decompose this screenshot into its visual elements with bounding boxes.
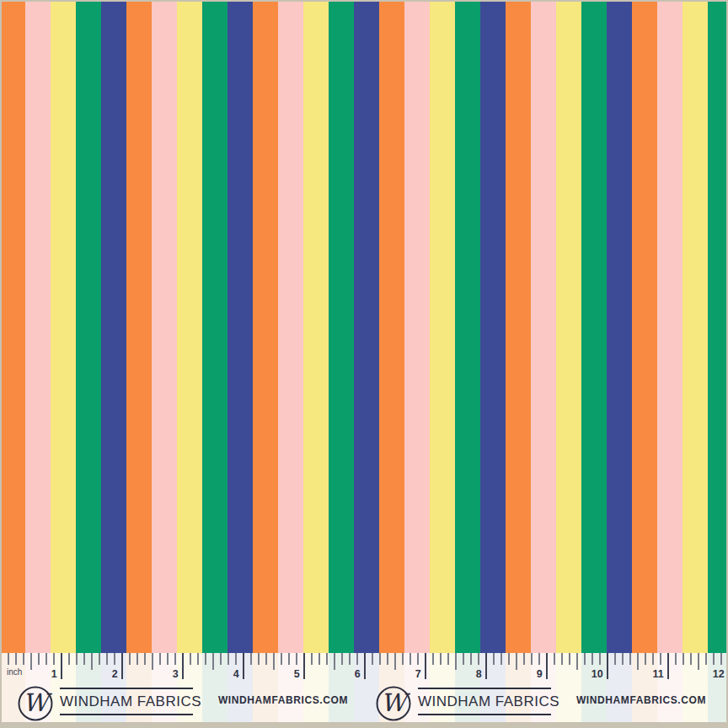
eighth-inch-tick: [629, 653, 631, 665]
inch-tick: [61, 653, 62, 679]
eighth-inch-tick: [493, 653, 495, 665]
stripe-yellow: [430, 0, 455, 653]
website-text: WINDHAMFABRICS.COM: [576, 694, 706, 706]
stripe-orange: [506, 0, 531, 653]
windham-monogram-icon: W: [23, 691, 48, 715]
ruler-unit-label: inch: [7, 668, 22, 677]
stripe-pink: [152, 0, 177, 653]
eighth-inch-tick: [83, 653, 85, 665]
frame-border-bottom: [0, 722, 728, 728]
half-inch-tick: [576, 653, 578, 670]
eighth-inch-tick: [129, 653, 131, 665]
stripe-blue: [101, 0, 126, 653]
eighth-inch-tick: [296, 653, 297, 665]
eighth-inch-tick: [46, 653, 47, 665]
inch-tick: [303, 653, 305, 679]
eighth-inch-tick: [387, 653, 388, 665]
half-inch-tick: [516, 653, 517, 670]
fabric-swatch-image: inch 123456789101112 W WINDHAM FABRICS W…: [0, 0, 728, 728]
eighth-inch-tick: [682, 653, 684, 665]
website-text: WINDHAMFABRICS.COM: [218, 694, 348, 706]
eighth-inch-tick: [174, 653, 176, 665]
brand-name-text: WINDHAM FABRICS: [418, 693, 559, 709]
eighth-inch-tick: [326, 653, 328, 665]
selvage-band-yellow: [303, 653, 329, 728]
ruler-number-11: 11: [652, 669, 664, 680]
stripe-orange: [379, 0, 404, 653]
stripe-green: [76, 0, 101, 653]
stripe-yellow: [303, 0, 329, 653]
stripe-green: [329, 0, 354, 653]
inch-tick: [182, 653, 184, 679]
stripe-pink: [404, 0, 430, 653]
eighth-inch-tick: [675, 653, 677, 665]
eighth-inch-tick: [228, 653, 229, 665]
eighth-inch-tick: [379, 653, 381, 665]
eighth-inch-tick: [167, 653, 169, 665]
inch-tick: [243, 653, 244, 679]
inch-tick: [121, 653, 123, 679]
ruler-number-9: 9: [537, 669, 543, 680]
stripe-green: [581, 0, 607, 653]
inch-tick: [607, 653, 608, 679]
eighth-inch-tick: [99, 653, 100, 665]
eighth-inch-tick: [250, 653, 252, 665]
ruler-number-5: 5: [294, 669, 300, 680]
stripe-orange: [126, 0, 152, 653]
brand-name-text: WINDHAM FABRICS: [60, 693, 201, 709]
eighth-inch-tick: [614, 653, 616, 665]
stripe-pink: [531, 0, 556, 653]
eighth-inch-tick: [220, 653, 222, 665]
eighth-inch-tick: [538, 653, 540, 665]
eighth-inch-tick: [311, 653, 313, 665]
selvage-band-green: [708, 653, 728, 728]
ruler-number-2: 2: [112, 669, 118, 680]
inch-tick: [667, 653, 669, 679]
stripe-blue: [354, 0, 379, 653]
half-inch-tick: [334, 653, 335, 670]
eighth-inch-tick: [720, 653, 722, 665]
stripe-orange: [632, 0, 657, 653]
half-inch-tick: [91, 653, 93, 670]
eighth-inch-tick: [106, 653, 108, 665]
eighth-inch-tick: [432, 653, 434, 665]
eighth-inch-tick: [265, 653, 267, 665]
eighth-inch-tick: [349, 653, 351, 665]
selvage-band-blue: [228, 653, 253, 728]
eighth-inch-tick: [197, 653, 199, 665]
half-inch-tick: [637, 653, 639, 670]
eighth-inch-tick: [136, 653, 138, 665]
eighth-inch-tick: [478, 653, 479, 665]
eighth-inch-tick: [508, 653, 510, 665]
stripe-orange: [0, 0, 25, 653]
eighth-inch-tick: [281, 653, 282, 665]
stripe-yellow: [177, 0, 202, 653]
eighth-inch-tick: [705, 653, 707, 665]
eighth-inch-tick: [523, 653, 525, 665]
selvage-band-green: [202, 653, 228, 728]
eighth-inch-tick: [592, 653, 593, 665]
eighth-inch-tick: [713, 653, 715, 665]
eighth-inch-tick: [690, 653, 692, 665]
eighth-inch-tick: [23, 653, 24, 665]
eighth-inch-tick: [68, 653, 70, 665]
half-inch-tick: [152, 653, 153, 670]
eighth-inch-tick: [235, 653, 237, 665]
stripe-orange: [253, 0, 278, 653]
stripe-pink: [657, 0, 682, 653]
half-inch-tick: [394, 653, 396, 670]
selvage-band-pink: [278, 653, 303, 728]
half-inch-tick: [212, 653, 214, 670]
ruler-number-3: 3: [173, 669, 179, 680]
stripe-yellow: [556, 0, 581, 653]
eighth-inch-tick: [288, 653, 290, 665]
stripe-yellow: [51, 0, 76, 653]
eighth-inch-tick: [410, 653, 411, 665]
ruler-number-10: 10: [592, 669, 603, 680]
eighth-inch-tick: [440, 653, 442, 665]
frame-border-left: [0, 0, 2, 728]
eighth-inch-tick: [463, 653, 464, 665]
ruler-number-8: 8: [476, 669, 482, 680]
eighth-inch-tick: [341, 653, 343, 665]
stripe-yellow: [682, 0, 708, 653]
